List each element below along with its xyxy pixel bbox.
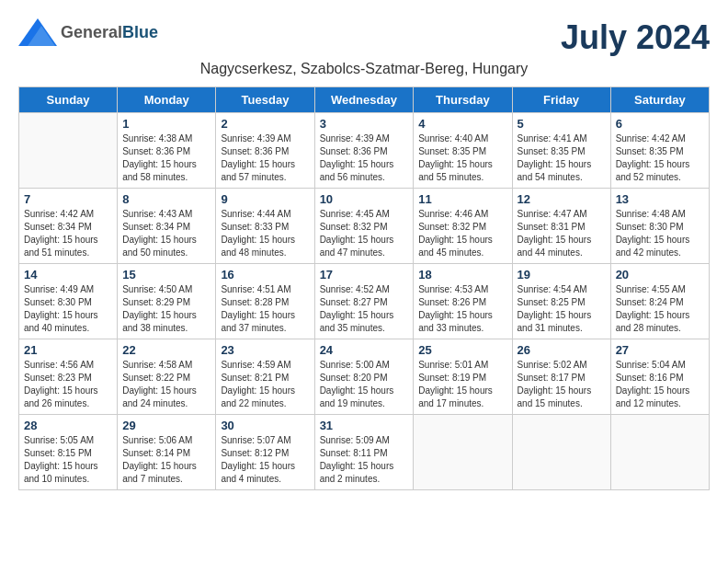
day-number: 18 bbox=[418, 268, 506, 282]
day-number: 26 bbox=[518, 343, 606, 357]
calendar-cell: 29Sunrise: 5:06 AM Sunset: 8:14 PM Dayli… bbox=[118, 415, 216, 490]
column-header-wednesday: Wednesday bbox=[314, 87, 414, 113]
calendar-cell bbox=[19, 113, 118, 189]
calendar-header-row: SundayMondayTuesdayWednesdayThursdayFrid… bbox=[19, 87, 710, 113]
day-info: Sunrise: 4:45 AM Sunset: 8:32 PM Dayligh… bbox=[320, 208, 409, 259]
day-number: 10 bbox=[320, 192, 409, 206]
calendar-cell: 15Sunrise: 4:50 AM Sunset: 8:29 PM Dayli… bbox=[118, 264, 216, 339]
day-info: Sunrise: 4:42 AM Sunset: 8:34 PM Dayligh… bbox=[24, 208, 112, 259]
calendar-cell: 11Sunrise: 4:46 AM Sunset: 8:32 PM Dayli… bbox=[414, 189, 512, 264]
calendar-cell: 3Sunrise: 4:39 AM Sunset: 8:36 PM Daylig… bbox=[314, 113, 414, 189]
day-number: 6 bbox=[616, 117, 704, 131]
day-number: 2 bbox=[221, 117, 309, 131]
column-header-thursday: Thursday bbox=[414, 87, 512, 113]
day-number: 25 bbox=[418, 343, 506, 357]
day-info: Sunrise: 4:50 AM Sunset: 8:29 PM Dayligh… bbox=[122, 283, 210, 335]
day-number: 30 bbox=[221, 419, 309, 432]
calendar-cell: 27Sunrise: 5:04 AM Sunset: 8:16 PM Dayli… bbox=[610, 339, 709, 415]
day-info: Sunrise: 4:46 AM Sunset: 8:32 PM Dayligh… bbox=[418, 208, 506, 259]
calendar-cell: 18Sunrise: 4:53 AM Sunset: 8:26 PM Dayli… bbox=[414, 264, 512, 339]
subtitle: Nagycserkesz, Szabolcs-Szatmar-Bereg, Hu… bbox=[18, 61, 710, 77]
calendar-cell: 30Sunrise: 5:07 AM Sunset: 8:12 PM Dayli… bbox=[216, 415, 314, 490]
calendar-cell: 13Sunrise: 4:48 AM Sunset: 8:30 PM Dayli… bbox=[610, 189, 709, 264]
day-info: Sunrise: 5:00 AM Sunset: 8:20 PM Dayligh… bbox=[320, 359, 409, 410]
day-info: Sunrise: 4:39 AM Sunset: 8:36 PM Dayligh… bbox=[221, 132, 309, 184]
day-info: Sunrise: 4:58 AM Sunset: 8:22 PM Dayligh… bbox=[122, 359, 210, 410]
day-info: Sunrise: 4:39 AM Sunset: 8:36 PM Dayligh… bbox=[320, 132, 409, 184]
day-info: Sunrise: 4:54 AM Sunset: 8:25 PM Dayligh… bbox=[518, 283, 606, 335]
calendar-table: SundayMondayTuesdayWednesdayThursdayFrid… bbox=[18, 86, 710, 490]
column-header-monday: Monday bbox=[118, 87, 216, 113]
day-info: Sunrise: 5:06 AM Sunset: 8:14 PM Dayligh… bbox=[122, 434, 210, 486]
page-header: GeneralBlue July 2024 bbox=[18, 18, 710, 57]
day-number: 5 bbox=[518, 117, 606, 131]
day-info: Sunrise: 4:40 AM Sunset: 8:35 PM Dayligh… bbox=[418, 132, 506, 184]
calendar-cell: 31Sunrise: 5:09 AM Sunset: 8:11 PM Dayli… bbox=[314, 415, 414, 490]
calendar-cell: 16Sunrise: 4:51 AM Sunset: 8:28 PM Dayli… bbox=[216, 264, 314, 339]
day-number: 19 bbox=[518, 268, 606, 282]
calendar-cell: 24Sunrise: 5:00 AM Sunset: 8:20 PM Dayli… bbox=[314, 339, 414, 415]
calendar-cell bbox=[414, 415, 512, 490]
day-info: Sunrise: 4:59 AM Sunset: 8:21 PM Dayligh… bbox=[221, 359, 309, 410]
day-number: 22 bbox=[122, 343, 210, 357]
day-info: Sunrise: 4:43 AM Sunset: 8:34 PM Dayligh… bbox=[122, 208, 210, 259]
calendar-cell: 12Sunrise: 4:47 AM Sunset: 8:31 PM Dayli… bbox=[512, 189, 610, 264]
day-info: Sunrise: 5:09 AM Sunset: 8:11 PM Dayligh… bbox=[320, 434, 409, 486]
day-number: 24 bbox=[320, 343, 409, 357]
day-info: Sunrise: 4:42 AM Sunset: 8:35 PM Dayligh… bbox=[616, 132, 704, 184]
day-info: Sunrise: 4:53 AM Sunset: 8:26 PM Dayligh… bbox=[418, 283, 506, 335]
day-info: Sunrise: 4:52 AM Sunset: 8:27 PM Dayligh… bbox=[320, 283, 409, 335]
day-number: 23 bbox=[221, 343, 309, 357]
day-info: Sunrise: 4:47 AM Sunset: 8:31 PM Dayligh… bbox=[518, 208, 606, 259]
day-info: Sunrise: 4:41 AM Sunset: 8:35 PM Dayligh… bbox=[518, 132, 606, 184]
logo: GeneralBlue bbox=[18, 18, 158, 46]
calendar-cell: 26Sunrise: 5:02 AM Sunset: 8:17 PM Dayli… bbox=[512, 339, 610, 415]
calendar-cell: 20Sunrise: 4:55 AM Sunset: 8:24 PM Dayli… bbox=[610, 264, 709, 339]
day-number: 9 bbox=[221, 192, 309, 206]
day-number: 1 bbox=[122, 117, 210, 131]
logo-general: General bbox=[61, 23, 122, 41]
day-number: 27 bbox=[616, 343, 704, 357]
calendar-cell: 14Sunrise: 4:49 AM Sunset: 8:30 PM Dayli… bbox=[19, 264, 118, 339]
calendar-cell: 28Sunrise: 5:05 AM Sunset: 8:15 PM Dayli… bbox=[19, 415, 118, 490]
calendar-cell: 17Sunrise: 4:52 AM Sunset: 8:27 PM Dayli… bbox=[314, 264, 414, 339]
calendar-cell: 1Sunrise: 4:38 AM Sunset: 8:36 PM Daylig… bbox=[118, 113, 216, 189]
column-header-friday: Friday bbox=[512, 87, 610, 113]
day-number: 12 bbox=[518, 192, 606, 206]
calendar-cell: 9Sunrise: 4:44 AM Sunset: 8:33 PM Daylig… bbox=[216, 189, 314, 264]
day-info: Sunrise: 4:49 AM Sunset: 8:30 PM Dayligh… bbox=[24, 283, 112, 335]
column-header-saturday: Saturday bbox=[610, 87, 709, 113]
day-info: Sunrise: 4:48 AM Sunset: 8:30 PM Dayligh… bbox=[616, 208, 704, 259]
day-info: Sunrise: 4:44 AM Sunset: 8:33 PM Dayligh… bbox=[221, 208, 309, 259]
column-header-tuesday: Tuesday bbox=[216, 87, 314, 113]
day-info: Sunrise: 5:04 AM Sunset: 8:16 PM Dayligh… bbox=[616, 359, 704, 410]
day-number: 11 bbox=[418, 192, 506, 206]
day-number: 28 bbox=[24, 419, 112, 432]
day-number: 3 bbox=[320, 117, 409, 131]
calendar-cell bbox=[512, 415, 610, 490]
day-info: Sunrise: 4:51 AM Sunset: 8:28 PM Dayligh… bbox=[221, 283, 309, 335]
calendar-week-4: 21Sunrise: 4:56 AM Sunset: 8:23 PM Dayli… bbox=[19, 339, 710, 415]
calendar-week-3: 14Sunrise: 4:49 AM Sunset: 8:30 PM Dayli… bbox=[19, 264, 710, 339]
day-info: Sunrise: 5:05 AM Sunset: 8:15 PM Dayligh… bbox=[24, 434, 112, 486]
day-info: Sunrise: 5:02 AM Sunset: 8:17 PM Dayligh… bbox=[518, 359, 606, 410]
day-number: 16 bbox=[221, 268, 309, 282]
day-number: 17 bbox=[320, 268, 409, 282]
calendar-cell: 22Sunrise: 4:58 AM Sunset: 8:22 PM Dayli… bbox=[118, 339, 216, 415]
calendar-cell: 25Sunrise: 5:01 AM Sunset: 8:19 PM Dayli… bbox=[414, 339, 512, 415]
day-number: 20 bbox=[616, 268, 704, 282]
day-number: 7 bbox=[24, 192, 112, 206]
day-info: Sunrise: 4:55 AM Sunset: 8:24 PM Dayligh… bbox=[616, 283, 704, 335]
calendar-cell: 7Sunrise: 4:42 AM Sunset: 8:34 PM Daylig… bbox=[19, 189, 118, 264]
day-number: 13 bbox=[616, 192, 704, 206]
page-title: July 2024 bbox=[561, 18, 710, 57]
day-number: 21 bbox=[24, 343, 112, 357]
column-header-sunday: Sunday bbox=[19, 87, 118, 113]
calendar-cell: 5Sunrise: 4:41 AM Sunset: 8:35 PM Daylig… bbox=[512, 113, 610, 189]
day-number: 14 bbox=[24, 268, 112, 282]
calendar-cell: 10Sunrise: 4:45 AM Sunset: 8:32 PM Dayli… bbox=[314, 189, 414, 264]
calendar-week-2: 7Sunrise: 4:42 AM Sunset: 8:34 PM Daylig… bbox=[19, 189, 710, 264]
calendar-cell bbox=[610, 415, 709, 490]
calendar-cell: 8Sunrise: 4:43 AM Sunset: 8:34 PM Daylig… bbox=[118, 189, 216, 264]
calendar-cell: 2Sunrise: 4:39 AM Sunset: 8:36 PM Daylig… bbox=[216, 113, 314, 189]
